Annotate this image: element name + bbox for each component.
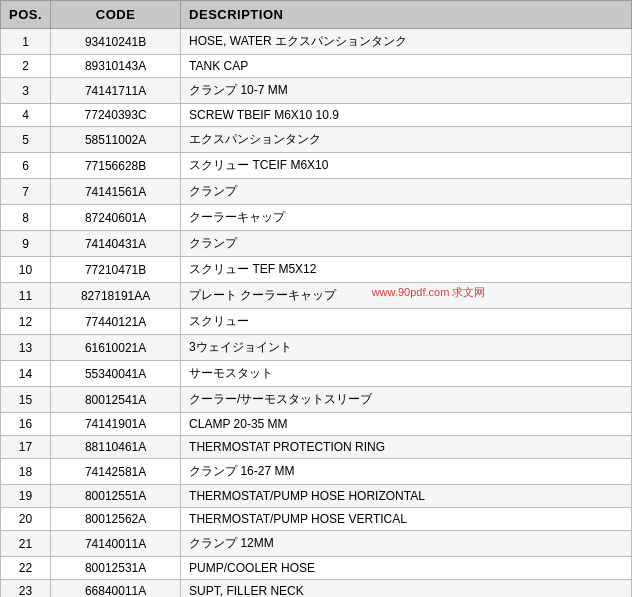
cell-code: 74141901A xyxy=(51,413,181,436)
cell-code: 58511002A xyxy=(51,127,181,153)
cell-desc: クランプ 16-27 MM xyxy=(181,459,632,485)
cell-code: 80012541A xyxy=(51,387,181,413)
cell-pos: 12 xyxy=(1,309,51,335)
table-row: 2174140011Aクランプ 12MM xyxy=(1,531,632,557)
table-row: 477240393CSCREW TBEIF M6X10 10.9 xyxy=(1,104,632,127)
cell-desc: SUPT, FILLER NECK xyxy=(181,580,632,598)
cell-pos: 1 xyxy=(1,29,51,55)
table-row: 558511002Aエクスパンションタンク xyxy=(1,127,632,153)
cell-desc: クーラー/サーモスタットスリーブ xyxy=(181,387,632,413)
cell-code: 88110461A xyxy=(51,436,181,459)
cell-code: 77440121A xyxy=(51,309,181,335)
table-row: 193410241BHOSE, WATER エクスパンションタンク xyxy=(1,29,632,55)
cell-code: 77156628B xyxy=(51,153,181,179)
header-pos: POS. xyxy=(1,1,51,29)
cell-pos: 14 xyxy=(1,361,51,387)
cell-code: 74141711A xyxy=(51,78,181,104)
cell-desc: THERMOSTAT PROTECTION RING xyxy=(181,436,632,459)
cell-desc: プレート クーラーキャップwww.90pdf.com 求文网 xyxy=(181,283,632,309)
cell-pos: 21 xyxy=(1,531,51,557)
cell-code: 89310143A xyxy=(51,55,181,78)
table-row: 1182718191AAプレート クーラーキャップwww.90pdf.com 求… xyxy=(1,283,632,309)
table-row: 1788110461ATHERMOSTAT PROTECTION RING xyxy=(1,436,632,459)
cell-pos: 18 xyxy=(1,459,51,485)
table-row: 1077210471Bスクリュー TEF M5X12 xyxy=(1,257,632,283)
cell-desc: THERMOSTAT/PUMP HOSE VERTICAL xyxy=(181,508,632,531)
cell-pos: 8 xyxy=(1,205,51,231)
cell-code: 80012551A xyxy=(51,485,181,508)
cell-pos: 23 xyxy=(1,580,51,598)
cell-pos: 19 xyxy=(1,485,51,508)
table-row: 2366840011ASUPT, FILLER NECK xyxy=(1,580,632,598)
cell-desc: クランプ 10-7 MM xyxy=(181,78,632,104)
cell-pos: 5 xyxy=(1,127,51,153)
table-row: 289310143ATANK CAP xyxy=(1,55,632,78)
cell-code: 80012562A xyxy=(51,508,181,531)
cell-pos: 9 xyxy=(1,231,51,257)
cell-desc: THERMOSTAT/PUMP HOSE HORIZONTAL xyxy=(181,485,632,508)
table-row: 974140431Aクランプ xyxy=(1,231,632,257)
cell-code: 61610021A xyxy=(51,335,181,361)
table-row: 1361610021A3ウェイジョイント xyxy=(1,335,632,361)
cell-code: 77240393C xyxy=(51,104,181,127)
cell-desc: クランプ xyxy=(181,231,632,257)
cell-code: 74142581A xyxy=(51,459,181,485)
cell-code: 87240601A xyxy=(51,205,181,231)
header-desc: DESCRIPTION xyxy=(181,1,632,29)
cell-code: 74141561A xyxy=(51,179,181,205)
cell-pos: 20 xyxy=(1,508,51,531)
header-code: CODE xyxy=(51,1,181,29)
watermark-text: www.90pdf.com 求文网 xyxy=(372,285,486,300)
table-row: 1455340041Aサーモスタット xyxy=(1,361,632,387)
cell-desc: スクリュー TCEIF M6X10 xyxy=(181,153,632,179)
table-row: 1874142581Aクランプ 16-27 MM xyxy=(1,459,632,485)
cell-desc: CLAMP 20-35 MM xyxy=(181,413,632,436)
cell-code: 55340041A xyxy=(51,361,181,387)
cell-desc: サーモスタット xyxy=(181,361,632,387)
cell-pos: 17 xyxy=(1,436,51,459)
cell-pos: 7 xyxy=(1,179,51,205)
table-row: 677156628Bスクリュー TCEIF M6X10 xyxy=(1,153,632,179)
table-row: 2280012531APUMP/COOLER HOSE xyxy=(1,557,632,580)
cell-code: 80012531A xyxy=(51,557,181,580)
cell-desc: スクリュー xyxy=(181,309,632,335)
table-row: 374141711Aクランプ 10-7 MM xyxy=(1,78,632,104)
cell-desc: 3ウェイジョイント xyxy=(181,335,632,361)
parts-table: POS. CODE DESCRIPTION 193410241BHOSE, WA… xyxy=(0,0,632,597)
cell-pos: 22 xyxy=(1,557,51,580)
cell-code: 93410241B xyxy=(51,29,181,55)
cell-code: 66840011A xyxy=(51,580,181,598)
cell-desc: クランプ 12MM xyxy=(181,531,632,557)
cell-code: 77210471B xyxy=(51,257,181,283)
table-row: 1277440121Aスクリュー xyxy=(1,309,632,335)
cell-desc: TANK CAP xyxy=(181,55,632,78)
cell-desc: クーラーキャップ xyxy=(181,205,632,231)
cell-pos: 15 xyxy=(1,387,51,413)
table-row: 1674141901ACLAMP 20-35 MM xyxy=(1,413,632,436)
cell-desc: スクリュー TEF M5X12 xyxy=(181,257,632,283)
cell-pos: 3 xyxy=(1,78,51,104)
cell-code: 74140431A xyxy=(51,231,181,257)
cell-pos: 4 xyxy=(1,104,51,127)
cell-code: 74140011A xyxy=(51,531,181,557)
cell-pos: 6 xyxy=(1,153,51,179)
cell-pos: 16 xyxy=(1,413,51,436)
cell-desc: エクスパンションタンク xyxy=(181,127,632,153)
table-row: 774141561Aクランプ xyxy=(1,179,632,205)
cell-desc: SCREW TBEIF M6X10 10.9 xyxy=(181,104,632,127)
cell-desc: クランプ xyxy=(181,179,632,205)
cell-pos: 2 xyxy=(1,55,51,78)
table-row: 1980012551ATHERMOSTAT/PUMP HOSE HORIZONT… xyxy=(1,485,632,508)
cell-desc: PUMP/COOLER HOSE xyxy=(181,557,632,580)
cell-pos: 10 xyxy=(1,257,51,283)
table-header-row: POS. CODE DESCRIPTION xyxy=(1,1,632,29)
table-row: 1580012541Aクーラー/サーモスタットスリーブ xyxy=(1,387,632,413)
cell-pos: 13 xyxy=(1,335,51,361)
cell-pos: 11 xyxy=(1,283,51,309)
table-row: 887240601Aクーラーキャップ xyxy=(1,205,632,231)
cell-code: 82718191AA xyxy=(51,283,181,309)
table-row: 2080012562ATHERMOSTAT/PUMP HOSE VERTICAL xyxy=(1,508,632,531)
cell-desc: HOSE, WATER エクスパンションタンク xyxy=(181,29,632,55)
